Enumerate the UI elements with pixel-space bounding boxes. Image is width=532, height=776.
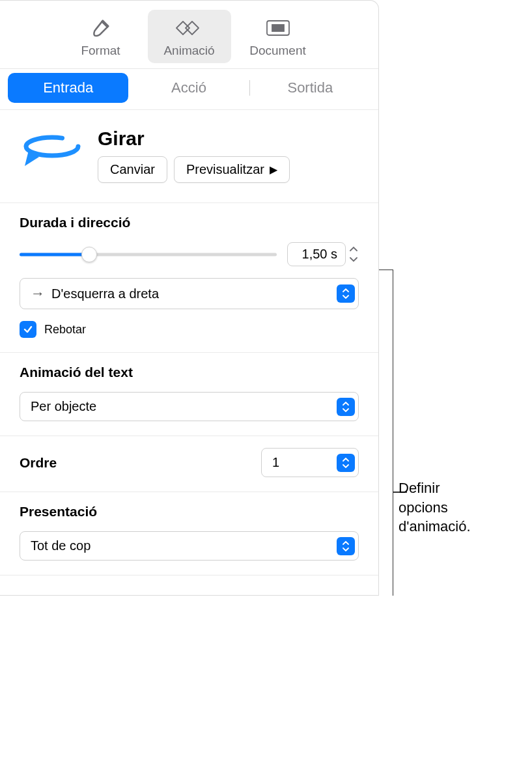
preview-label: Previsualitzar	[186, 162, 264, 177]
svg-point-2	[26, 137, 78, 156]
change-button[interactable]: Canviar	[98, 156, 167, 183]
play-icon: ▶	[270, 163, 277, 176]
duration-stepper: 1,50 s	[287, 242, 359, 266]
chevron-updown-icon	[337, 284, 355, 303]
text-animation-select[interactable]: Per objecte	[20, 392, 359, 421]
bounce-row: Rebotar	[20, 321, 359, 338]
order-select[interactable]: 1	[261, 448, 359, 477]
arrow-right-icon: →	[31, 285, 45, 302]
bracket-icon	[379, 270, 393, 596]
step-down-icon[interactable]	[348, 255, 359, 265]
format-tab[interactable]: Format	[59, 10, 143, 63]
callout: Definir opcions d'animació.	[379, 0, 399, 270]
svg-rect-1	[272, 25, 284, 31]
animation-header: Girar Canviar Previsualitzar ▶	[0, 110, 378, 203]
tab-sortida[interactable]: Sortida	[250, 73, 371, 103]
brush-icon	[90, 15, 112, 41]
tab-accio[interactable]: Acció	[128, 73, 249, 103]
callout-text: Definir opcions d'animació.	[399, 478, 471, 536]
delivery-section: Presentació Tot de cop	[0, 492, 378, 575]
step-up-icon[interactable]	[348, 243, 359, 254]
delivery-value: Tot de cop	[31, 538, 91, 553]
delivery-title: Presentació	[20, 504, 359, 520]
animation-tab[interactable]: Animació	[148, 10, 231, 63]
chevron-updown-icon	[337, 537, 355, 555]
direction-select[interactable]: → D'esquerra a dreta	[20, 278, 359, 309]
effect-segment: Entrada Acció Sortida	[0, 69, 378, 110]
document-label: Document	[249, 44, 306, 58]
toolbar: Format Animació Document	[0, 1, 378, 69]
direction-value: D'esquerra a dreta	[51, 286, 159, 301]
bounce-label: Rebotar	[44, 323, 86, 337]
text-animation-title: Animació del text	[20, 365, 359, 380]
order-title: Ordre	[20, 455, 57, 471]
animation-label: Animació	[163, 44, 214, 58]
document-tab[interactable]: Document	[236, 10, 320, 63]
duration-value[interactable]: 1,50 s	[287, 242, 346, 266]
document-icon	[266, 15, 290, 41]
preview-button[interactable]: Previsualitzar ▶	[174, 156, 290, 183]
duration-slider[interactable]	[20, 247, 277, 262]
diamonds-icon	[175, 15, 204, 41]
tab-entrada[interactable]: Entrada	[8, 73, 128, 103]
bounce-checkbox[interactable]	[20, 321, 36, 338]
spin-icon	[20, 126, 85, 184]
text-animation-value: Per objecte	[31, 399, 96, 414]
animation-name: Girar	[98, 128, 290, 150]
chevron-updown-icon	[337, 454, 355, 472]
text-animation-section: Animació del text Per objecte	[0, 353, 378, 436]
order-section: Ordre 1	[0, 436, 378, 492]
format-label: Format	[81, 44, 120, 58]
duration-section: Durada i direcció 1,50 s	[0, 203, 378, 353]
delivery-select[interactable]: Tot de cop	[20, 531, 359, 561]
duration-title: Durada i direcció	[20, 215, 359, 230]
animation-info: Girar Canviar Previsualitzar ▶	[98, 128, 290, 183]
chevron-updown-icon	[337, 398, 355, 416]
order-value: 1	[272, 455, 279, 470]
inspector-panel: Format Animació Document	[0, 0, 379, 596]
